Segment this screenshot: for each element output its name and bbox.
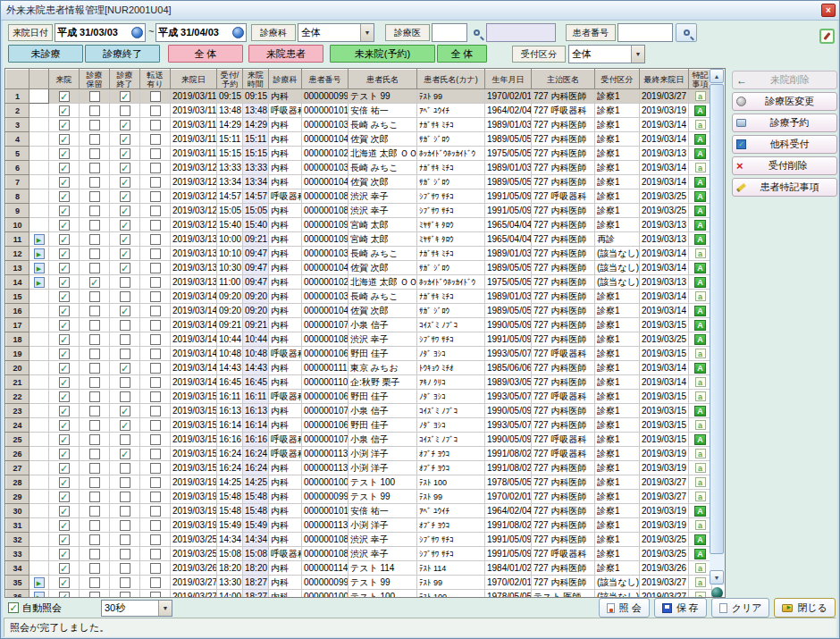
hold-checkbox[interactable] — [89, 334, 100, 345]
visit-checkbox[interactable]: ✓ — [59, 549, 70, 559]
visit-checkbox[interactable]: ✓ — [59, 449, 70, 459]
change-doctor-button[interactable]: 診療医変更 — [732, 92, 837, 111]
scroll-down-icon[interactable]: ▼ — [710, 570, 724, 584]
done-checkbox[interactable]: ✓ — [120, 134, 130, 145]
memo-icon[interactable]: a — [695, 520, 706, 530]
memo-pin-button[interactable] — [819, 29, 835, 44]
hold-checkbox[interactable] — [89, 263, 100, 273]
done-checkbox[interactable]: ✓ — [120, 91, 130, 102]
interval-select[interactable]: 30秒 ▼ — [101, 600, 172, 617]
transfer-checkbox[interactable] — [150, 320, 161, 331]
done-checkbox[interactable] — [120, 563, 130, 574]
table-row[interactable]: 4✓✓2019/03/1115:1115:11内科000000104佐賀 次郎ｻ… — [6, 132, 712, 147]
table-row[interactable]: 8✓✓2019/03/1214:5714:57呼吸器科000000108渋沢 幸… — [6, 189, 712, 204]
done-checkbox[interactable]: ✓ — [120, 148, 130, 159]
hold-checkbox[interactable] — [89, 420, 100, 431]
hold-checkbox[interactable] — [89, 577, 100, 588]
hold-checkbox[interactable] — [89, 248, 100, 259]
done-checkbox[interactable] — [120, 549, 130, 559]
table-row[interactable]: 5✓✓2019/03/1115:1515:15内科000000102北海道 太郎… — [6, 147, 712, 161]
hold-checkbox[interactable] — [89, 449, 100, 459]
memo-icon[interactable]: a — [695, 477, 706, 487]
hold-checkbox[interactable] — [89, 134, 100, 145]
table-row[interactable]: 11▶✓✓2019/03/1310:0009:21内科000000109宮崎 太… — [6, 232, 712, 247]
hold-checkbox[interactable] — [89, 320, 100, 331]
memo-icon[interactable]: A — [694, 263, 706, 273]
memo-icon[interactable]: A — [694, 105, 706, 116]
visit-checkbox[interactable]: ✓ — [59, 306, 70, 316]
calendar-icon[interactable] — [232, 27, 244, 38]
filter-not-examined-button[interactable]: 未診療 — [8, 45, 83, 63]
memo-icon[interactable]: a — [695, 592, 706, 598]
done-checkbox[interactable] — [120, 534, 130, 545]
table-row[interactable]: 20✓✓2019/03/1414:4314:43内科000000111東京 みち… — [6, 361, 712, 375]
visit-checkbox[interactable]: ✓ — [59, 263, 70, 273]
hold-checkbox[interactable] — [89, 191, 100, 202]
done-checkbox[interactable] — [120, 434, 130, 445]
hold-checkbox[interactable] — [89, 349, 100, 359]
calendar-icon[interactable] — [131, 27, 143, 38]
chevron-down-icon[interactable]: ▼ — [158, 601, 172, 616]
date-to-field[interactable]: 平成 31/04/03 — [155, 23, 247, 42]
memo-icon[interactable]: A — [694, 134, 706, 145]
visit-checkbox[interactable]: ✓ — [59, 206, 70, 216]
transfer-checkbox[interactable] — [150, 134, 161, 145]
hold-checkbox[interactable] — [89, 477, 100, 488]
visit-checkbox[interactable]: ✓ — [59, 406, 70, 416]
filter-not-visited-button[interactable]: 未来院(予約) — [330, 45, 435, 63]
done-checkbox[interactable] — [120, 477, 130, 488]
hold-checkbox[interactable] — [89, 506, 100, 517]
visit-checkbox[interactable]: ✓ — [59, 349, 70, 359]
memo-icon[interactable]: A — [694, 148, 706, 159]
transfer-checkbox[interactable] — [150, 577, 161, 588]
filter-all-green-button[interactable]: 全 体 — [437, 45, 487, 63]
visit-checkbox[interactable]: ✓ — [59, 234, 70, 245]
hold-checkbox[interactable] — [89, 148, 100, 159]
table-row[interactable]: 7✓✓2019/03/1213:3413:34内科000000104佐賀 次郎ｻ… — [6, 175, 712, 189]
transfer-checkbox[interactable] — [150, 363, 161, 374]
memo-icon[interactable]: a — [695, 492, 706, 501]
transfer-checkbox[interactable] — [150, 391, 161, 402]
visit-checkbox[interactable]: ✓ — [59, 434, 70, 445]
transfer-checkbox[interactable] — [150, 334, 161, 345]
hold-checkbox[interactable] — [89, 291, 100, 302]
visit-checkbox[interactable]: ✓ — [59, 220, 70, 231]
transfer-checkbox[interactable] — [150, 463, 161, 474]
memo-icon[interactable]: A — [694, 320, 706, 331]
done-checkbox[interactable] — [120, 320, 130, 331]
transfer-checkbox[interactable] — [150, 91, 161, 102]
visit-checkbox[interactable]: ✓ — [59, 291, 70, 302]
transfer-checkbox[interactable] — [150, 291, 161, 302]
done-checkbox[interactable]: ✓ — [120, 177, 130, 188]
table-row[interactable]: 30✓2019/03/1915:4815:48内科000000101安倍 祐一ｱ… — [6, 504, 712, 518]
table-row[interactable]: 23✓✓2019/03/1516:1316:13内科000000107小泉 信子… — [6, 404, 712, 418]
hold-checkbox[interactable] — [89, 520, 100, 531]
close-button[interactable]: × — [821, 4, 836, 17]
transfer-checkbox[interactable] — [150, 506, 161, 517]
visit-checkbox[interactable]: ✓ — [59, 105, 70, 116]
table-row[interactable]: 1✓✓2019/03/1109:1509:15内科000000099テスト 99… — [6, 89, 712, 104]
query-button[interactable]: 照 会 — [599, 598, 650, 618]
visit-checkbox[interactable]: ✓ — [59, 163, 70, 173]
visit-checkbox[interactable]: ✓ — [59, 320, 70, 331]
visit-checkbox[interactable]: ✓ — [59, 506, 70, 517]
table-row[interactable]: 22✓2019/03/1516:1116:11呼吸器科000000106野田 佳… — [6, 390, 712, 404]
patient-search-button[interactable] — [676, 23, 697, 42]
hold-checkbox[interactable] — [89, 234, 100, 245]
table-row[interactable]: 17✓2019/03/1409:2109:21内科000000107小泉 信子ｺ… — [6, 318, 712, 332]
visit-checkbox[interactable]: ✓ — [59, 334, 70, 345]
done-checkbox[interactable]: ✓ — [120, 191, 130, 202]
transfer-checkbox[interactable] — [150, 148, 161, 159]
done-checkbox[interactable]: ✓ — [120, 163, 130, 173]
transfer-checkbox[interactable] — [150, 449, 161, 459]
memo-icon[interactable]: A — [694, 506, 706, 517]
table-row[interactable]: 26✓✓2019/03/1516:2416:24呼吸器科000000113小渕 … — [6, 447, 712, 461]
hold-checkbox[interactable] — [89, 463, 100, 474]
done-checkbox[interactable] — [120, 377, 130, 388]
memo-icon[interactable]: A — [694, 363, 706, 374]
visit-checkbox[interactable]: ✓ — [59, 277, 70, 288]
done-checkbox[interactable]: ✓ — [120, 248, 130, 259]
hold-checkbox[interactable] — [89, 105, 100, 116]
table-row[interactable]: 18✓2019/03/1410:4410:44内科000000108渋沢 幸子ｼ… — [6, 332, 712, 347]
memo-icon[interactable]: A — [694, 234, 706, 245]
